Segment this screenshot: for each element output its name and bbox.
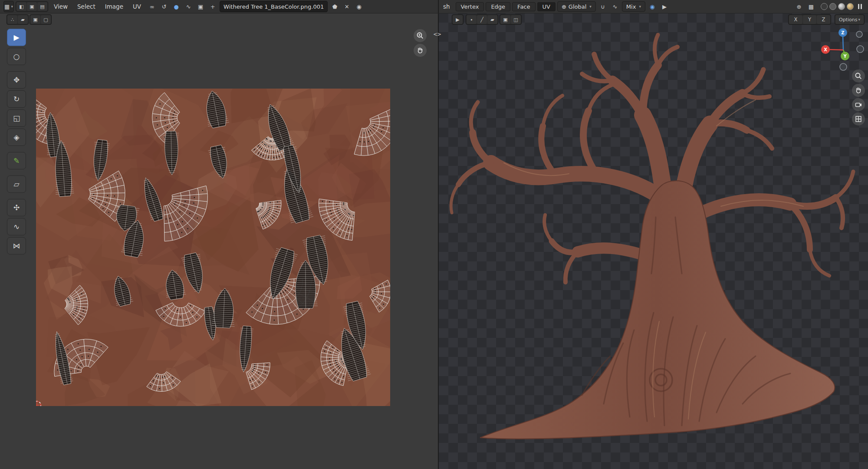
grid-icon [855, 115, 862, 123]
display-toggle-view-icon[interactable]: ▤ [37, 2, 47, 11]
uv-select-vertex-icon[interactable]: ∴ [7, 15, 17, 24]
viewport-pan-button[interactable] [852, 84, 865, 97]
pause-icon[interactable] [858, 4, 862, 9]
display-toggle-mask-icon[interactable]: ◧ [16, 2, 26, 11]
chevron-down-icon: ▾ [858, 17, 860, 22]
tool-rip-region[interactable]: ▱ [7, 175, 26, 193]
sync-select-icon[interactable]: ▣ [500, 15, 510, 24]
mirror-y-toggle[interactable]: Y [803, 15, 816, 24]
menu-face[interactable]: Face [512, 2, 535, 11]
uv-toolbar: ▶ ○ ✥ ↻ ◱ ◈ ✎ ▱ ✣ ∿ ⋈ [7, 29, 26, 254]
mesh-select-mode-group: ∙ ╱ ▰ [466, 14, 498, 25]
vertex-select-icon[interactable]: ∙ [467, 15, 477, 24]
viewport-header: sh Vertex Edge Face UV ⊕ Global ▾ ∪ ∿ Mi… [439, 0, 868, 13]
tool-relax[interactable]: ∿ [7, 218, 26, 235]
blend-mode-label: Mix [626, 3, 636, 10]
uv-select-island-icon[interactable]: ▰ [18, 15, 28, 24]
extra-select-mode-group: ▣ ◫ [500, 14, 522, 25]
pin-icon[interactable]: ◉ [354, 2, 364, 11]
uv-sticky-mode-group: ▣ ▢ [30, 14, 52, 25]
tool-scale[interactable]: ◱ [7, 109, 26, 127]
proportional-select-icon[interactable]: ◫ [511, 15, 521, 24]
orientation-dropdown[interactable]: ⊕ Global ▾ [557, 1, 596, 12]
uv-sync-icon[interactable]: ▣ [30, 15, 40, 24]
magnifier-icon [855, 72, 862, 80]
orientation-label: Global [569, 3, 586, 10]
blend-mode-dropdown[interactable]: Mix ▾ [622, 1, 645, 12]
uv-editor-pane: ∴ ▰ ▣ ▢ ▶ ○ ✥ ↻ ◱ ◈ ✎ ▱ ✣ ∿ ⋈ [0, 13, 438, 469]
tool-pinch[interactable]: ⋈ [7, 237, 26, 254]
uv-sticky-icon[interactable]: ▢ [41, 15, 51, 24]
image-name: Withered Tree 1_BaseColor.png.001 [224, 3, 324, 10]
history-icon[interactable]: ↺ [159, 2, 169, 11]
toggle-perspective-button[interactable] [852, 112, 865, 126]
orientation-icon: ⊕ [562, 3, 566, 10]
svg-text:X: X [824, 47, 827, 52]
display-toggle-paint-icon[interactable]: ▣ [27, 2, 37, 11]
magnifier-icon [416, 32, 424, 40]
visibility-icon[interactable]: ◉ [647, 2, 658, 11]
blender-window: ▦ ▾ ◧ ▣ ▤ View Select Image UV ∞ ↺ ● ∿ ▣… [0, 0, 868, 469]
face-select-icon[interactable]: ▰ [487, 15, 497, 24]
tool-select-circle[interactable]: ○ [7, 48, 26, 65]
uv-editor-header: ▦ ▾ ◧ ▣ ▤ View Select Image UV ∞ ↺ ● ∿ ▣… [0, 0, 439, 13]
uv-canvas[interactable] [36, 89, 390, 406]
svg-text:Z: Z [841, 30, 844, 35]
viewport-canvas[interactable] [439, 13, 868, 469]
tool-grab[interactable]: ✣ [7, 199, 26, 216]
gizmos-icon[interactable]: ▶ [659, 2, 670, 11]
pan-button[interactable] [414, 44, 427, 57]
mirror-x-toggle[interactable]: X [789, 15, 802, 24]
viewport-select-tool: ▶ [452, 14, 464, 25]
menu-select[interactable]: Select [73, 2, 99, 11]
image-selector[interactable]: Withered Tree 1_BaseColor.png.001 [220, 1, 328, 12]
viewport-pane: ▶ ∙ ╱ ▰ ▣ ◫ X Y Z Options ▾ [439, 13, 868, 469]
unlink-button[interactable]: ✕ [342, 2, 352, 11]
select-arrow-icon[interactable]: ▶ [453, 15, 463, 24]
hand-icon [416, 46, 424, 54]
tool-tweak[interactable]: ▶ [7, 29, 26, 46]
camera-view-button[interactable] [852, 98, 865, 111]
hand-icon [855, 86, 862, 94]
viewport-zoom-button[interactable] [852, 69, 865, 83]
tool-rotate[interactable]: ↻ [7, 90, 26, 108]
menu-image[interactable]: Image [101, 2, 127, 11]
falloff-icon[interactable]: ∿ [183, 2, 194, 11]
pane-resize-handle[interactable]: <> [433, 31, 441, 37]
shield-icon[interactable]: ⬟ [329, 2, 340, 11]
overlays-icon[interactable]: ⊕ [794, 2, 804, 11]
edge-select-icon[interactable]: ╱ [477, 15, 487, 24]
display-toggle-group: ◧ ▣ ▤ [16, 1, 48, 12]
uv-unwrap-image [36, 89, 390, 406]
snap-magnet-icon[interactable]: ∪ [598, 2, 608, 11]
menu-edge[interactable]: Edge [486, 2, 510, 11]
menu-mesh-partial[interactable]: sh [442, 2, 454, 11]
tool-move[interactable]: ✥ [7, 71, 26, 89]
uv-editor-icon: ▦ [4, 3, 10, 10]
menu-uv[interactable]: UV [129, 2, 145, 11]
xray-icon[interactable]: ▩ [806, 2, 816, 11]
mirror-z-toggle[interactable]: Z [817, 15, 830, 24]
menu-view[interactable]: View [50, 2, 72, 11]
editor-type-button[interactable]: ▦ ▾ [3, 1, 14, 12]
snap-icon[interactable]: ● [171, 2, 181, 11]
top-header: ▦ ▾ ◧ ▣ ▤ View Select Image UV ∞ ↺ ● ∿ ▣… [0, 0, 868, 13]
new-image-icon[interactable]: ▣ [195, 2, 206, 11]
uv-select-mode-group: ∴ ▰ [7, 14, 29, 25]
shading-solid-icon[interactable] [829, 3, 836, 10]
shading-rendered-icon[interactable] [847, 3, 854, 10]
open-image-icon[interactable]: + [207, 2, 218, 11]
tool-annotate[interactable]: ✎ [7, 152, 26, 169]
mirror-axis-group: X Y Z [788, 14, 831, 25]
link-icon[interactable]: ∞ [147, 2, 157, 11]
menu-uv[interactable]: UV [537, 2, 556, 11]
navigation-gizmo[interactable]: Z X Y [817, 24, 868, 76]
options-dropdown[interactable]: Options ▾ [835, 14, 865, 25]
options-label: Options ▾ [835, 15, 864, 24]
proportional-falloff-icon[interactable]: ∿ [610, 2, 620, 11]
menu-vertex[interactable]: Vertex [456, 2, 484, 11]
shading-material-icon[interactable] [838, 3, 845, 10]
zoom-button[interactable] [414, 29, 427, 42]
shading-wireframe-icon[interactable] [821, 3, 828, 10]
tool-transform[interactable]: ◈ [7, 129, 26, 146]
